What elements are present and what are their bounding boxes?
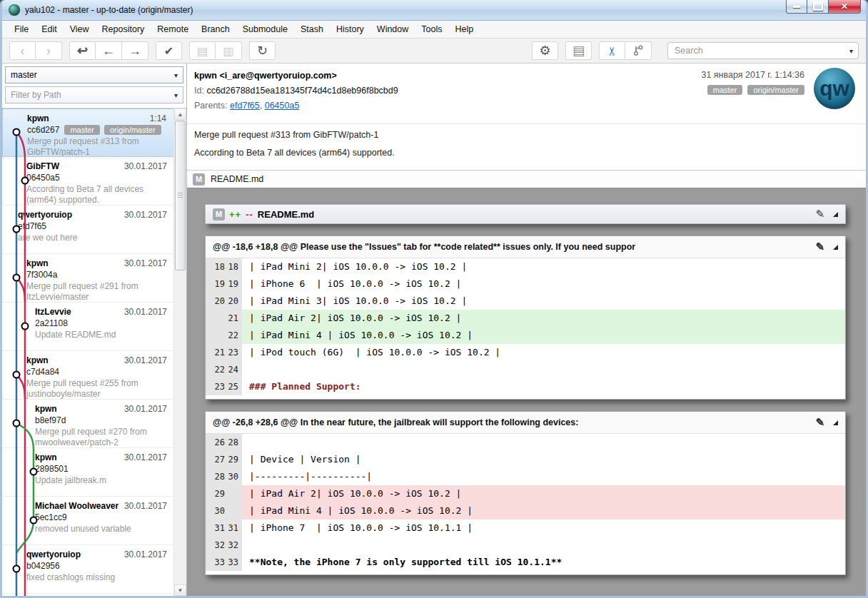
scroll-down-button[interactable]: ▼ bbox=[174, 584, 186, 596]
commit-button[interactable]: ✔ bbox=[156, 41, 182, 60]
commit-row[interactable]: kpwn 1:14 cc6d267 masterorigin/master Me… bbox=[2, 108, 174, 157]
menu-remote[interactable]: Remote bbox=[151, 22, 195, 36]
settings-button[interactable]: ⚙ bbox=[532, 41, 558, 60]
branch-select-value: master bbox=[11, 70, 37, 80]
maximize-button[interactable] bbox=[807, 0, 828, 14]
title-bar[interactable]: yalu102 - master - up-to-date (origin/ma… bbox=[2, 0, 866, 21]
menu-tools[interactable]: Tools bbox=[415, 22, 448, 36]
commit-row[interactable]: qwertyoruiop 30.01.2017 b042956 fixed cr… bbox=[2, 545, 174, 594]
menu-view[interactable]: View bbox=[64, 22, 96, 36]
commit-sha: b042956 bbox=[26, 561, 60, 571]
commit-row[interactable]: kpwn 30.01.2017 b8ef97d Merge pull reque… bbox=[2, 400, 174, 448]
commit-sha: b8ef97d bbox=[35, 415, 66, 425]
old-line-number: 18 bbox=[211, 258, 225, 275]
diff-line[interactable]: 29 | iPad Air 2| iOS 10.0.0 -> iOS 10.2 … bbox=[206, 485, 845, 502]
new-line-number bbox=[225, 485, 238, 502]
commit-date: 30.01.2017 bbox=[124, 501, 167, 511]
diff-line[interactable]: 21 | iPad Air 2| iOS 10.0.0 -> iOS 10.2 … bbox=[206, 310, 845, 327]
nav-forward-button[interactable]: › bbox=[36, 41, 62, 60]
refresh-button[interactable]: ↻ bbox=[249, 41, 276, 60]
diff-line[interactable]: 19 19 | iPhone 6 | iOS 10.0.0 -> iOS 10.… bbox=[206, 275, 845, 293]
path-filter-select[interactable]: Filter by Path ▾ bbox=[5, 86, 183, 103]
old-line-number: 32 bbox=[211, 537, 225, 554]
menu-stash[interactable]: Stash bbox=[294, 22, 330, 36]
diff-line[interactable]: 32 32 bbox=[206, 537, 845, 554]
new-line-number: 32 bbox=[225, 537, 238, 554]
line-text: | iPhone 7 | iOS 10.0.0 -> iOS 10.1.1 | bbox=[242, 520, 845, 537]
unstash-icon: ▥ bbox=[223, 44, 233, 58]
commit-row[interactable]: qwertyoruiop 30.01.2017 efd7f65 are we o… bbox=[2, 206, 174, 254]
file-list-row[interactable]: M README.md bbox=[187, 170, 866, 188]
scrollbar-thumb[interactable] bbox=[175, 121, 186, 270]
commit-row[interactable]: kpwn 30.01.2017 7f3004a Merge pull reque… bbox=[2, 254, 174, 303]
diff-line[interactable]: 23 25 ### Planned Support: bbox=[206, 378, 845, 395]
commit-row[interactable]: Michael Woolweaver 30.01.2017 5ec1cc9 re… bbox=[2, 497, 174, 545]
new-line-number: 22 bbox=[225, 327, 238, 344]
stash-button[interactable]: ▤ bbox=[189, 41, 216, 60]
nav-back-button[interactable]: ‹ bbox=[9, 41, 36, 60]
old-line-number: 23 bbox=[211, 378, 225, 395]
collapse-triangle-icon[interactable] bbox=[833, 420, 838, 425]
diff-hunk: @@ -18,6 +18,8 @@ Please use the "Issues… bbox=[205, 235, 846, 400]
minimize-button[interactable] bbox=[786, 0, 807, 14]
diff-line[interactable]: 22 | iPad Mini 4 | iOS 10.0.0 -> iOS 10.… bbox=[206, 327, 845, 344]
parent-link[interactable]: efd7f65 bbox=[230, 101, 260, 111]
commit-row[interactable]: ItzLevvie 30.01.2017 2a21108 Update READ… bbox=[2, 303, 174, 351]
commit-row[interactable]: GibFTW 30.01.2017 06450a5 According to B… bbox=[2, 157, 174, 206]
diff-line[interactable]: 26 28 bbox=[206, 434, 845, 451]
terminal-button[interactable]: ▤ bbox=[565, 41, 592, 60]
undo-button[interactable]: ↩ bbox=[69, 41, 96, 60]
merge-button[interactable]: ✂ bbox=[599, 41, 625, 60]
parent-link[interactable]: 06450a5 bbox=[265, 101, 300, 111]
menu-repository[interactable]: Repository bbox=[96, 22, 151, 36]
edit-pencil-icon[interactable]: ✎ bbox=[815, 416, 824, 429]
diff-line[interactable]: 20 20 | iPad Mini 3| iOS 10.0.0 -> iOS 1… bbox=[206, 293, 845, 310]
commit-row[interactable]: kpwn 30.01.2017 2898501 Update jailbreak… bbox=[2, 448, 174, 497]
diff-line[interactable]: 18 18 | iPad Mini 2| iOS 10.0.0 -> iOS 1… bbox=[206, 258, 845, 275]
diff-line[interactable]: 28 30 |---------|----------| bbox=[206, 468, 845, 485]
menu-submodule[interactable]: Submodule bbox=[236, 22, 294, 36]
menu-edit[interactable]: Edit bbox=[35, 22, 64, 36]
search-dropdown-icon[interactable]: ▾ bbox=[849, 47, 853, 55]
menu-file[interactable]: File bbox=[8, 22, 35, 36]
commit-row[interactable]: kpwn 30.01.2017 c7d4a84 Merge pull reque… bbox=[2, 351, 174, 400]
diff-line[interactable]: 33 33 **Note, the iPhone 7 is only suppo… bbox=[206, 554, 845, 571]
diff-line[interactable]: 21 23 | iPod touch (6G) | iOS 10.0.0 -> … bbox=[206, 344, 845, 361]
undo-icon: ↩ bbox=[77, 43, 88, 59]
commit-message: Merge pull request #313 from GibFTW/patc… bbox=[27, 135, 173, 157]
edit-pencil-icon[interactable]: ✎ bbox=[815, 208, 824, 221]
stash-icon: ▤ bbox=[197, 44, 208, 58]
diff-line[interactable]: 27 29 | Device | Version | bbox=[206, 451, 845, 468]
line-text bbox=[242, 361, 845, 378]
commit-message: are we out here bbox=[18, 231, 174, 243]
close-button[interactable]: ✕ bbox=[828, 0, 861, 14]
search-input[interactable] bbox=[673, 45, 849, 56]
diff-line[interactable]: 22 24 bbox=[206, 361, 845, 378]
commit-sha: 2a21108 bbox=[35, 318, 68, 328]
branch-select[interactable]: master ▾ bbox=[5, 66, 183, 83]
chevron-down-icon: ▾ bbox=[174, 71, 178, 79]
menu-help[interactable]: Help bbox=[449, 22, 480, 36]
unstash-button[interactable]: ▥ bbox=[216, 41, 242, 60]
old-line-number: 28 bbox=[211, 468, 225, 485]
scroll-up-icon: ▲ bbox=[178, 111, 183, 118]
edit-pencil-icon[interactable]: ✎ bbox=[815, 240, 824, 253]
scroll-up-button[interactable]: ▲ bbox=[174, 108, 186, 120]
menu-history[interactable]: History bbox=[330, 22, 370, 36]
pull-button[interactable]: ← bbox=[96, 41, 122, 60]
commit-author: GibFTW bbox=[26, 161, 59, 171]
collapse-triangle-icon[interactable] bbox=[833, 245, 838, 250]
push-button[interactable]: → bbox=[122, 41, 148, 60]
collapse-triangle-icon[interactable] bbox=[833, 212, 838, 217]
commit-sha: 5ec1cc9 bbox=[35, 512, 67, 522]
new-line-number: 29 bbox=[225, 451, 238, 468]
commit-meta: 31 января 2017 г. 1:14:36 masterorigin/m… bbox=[701, 70, 804, 95]
diff-line[interactable]: 31 31 | iPhone 7 | iOS 10.0.0 -> iOS 10.… bbox=[206, 520, 845, 537]
new-line-number: 18 bbox=[225, 258, 238, 275]
chevron-down-icon: ▾ bbox=[174, 91, 178, 99]
commit-sha: cc6d267 bbox=[27, 125, 59, 135]
diff-line[interactable]: 30 | iPad Mini 4 | iOS 10.0.0 -> iOS 10.… bbox=[206, 502, 845, 520]
menu-window[interactable]: Window bbox=[370, 22, 415, 36]
menu-branch[interactable]: Branch bbox=[195, 22, 236, 36]
graph-button[interactable] bbox=[625, 41, 652, 60]
